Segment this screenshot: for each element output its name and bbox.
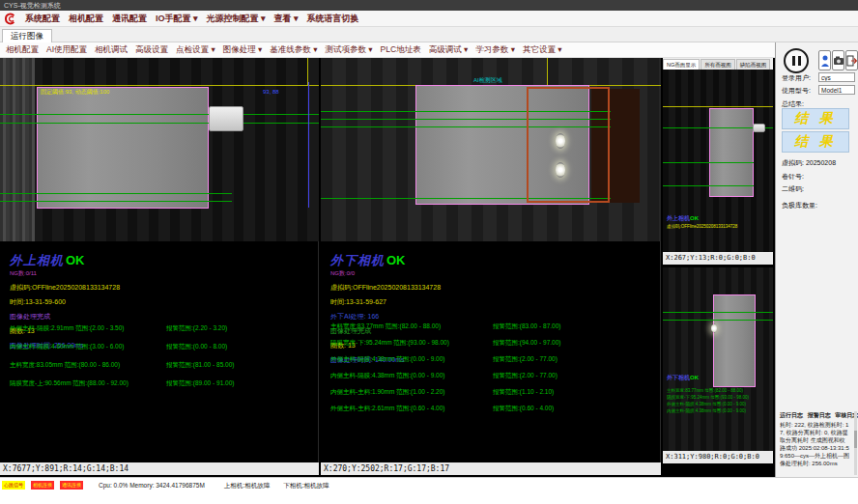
toolbar-learn-params[interactable]: 学习参数 ▾ [475, 44, 515, 56]
menu-item-comm-config[interactable]: 通讯配置 [112, 13, 147, 25]
thumb-top-view[interactable]: NG画面显示 所有画视图 缺陷画视图 外上相机OK 虚拟码:OFFline202… [663, 58, 773, 265]
mid-camera-image[interactable]: AI检测区域 [321, 58, 661, 241]
model-field[interactable]: Model1 [818, 85, 855, 95]
thumb-caption: 外上相机OK [667, 214, 699, 223]
barcode-label: 虚拟码:OFFline20250208133134728 [10, 283, 120, 293]
toolbar-advanced-debug[interactable]: 高级调试 ▾ [429, 44, 469, 56]
log-scrollbar[interactable] [854, 411, 857, 475]
thumb-tab-ng-display[interactable]: NG画面显示 [663, 59, 700, 70]
result-ok-label: OK [386, 253, 406, 267]
cpu-memory-text: Cpu: 0.0% Memory: 3424.41796875M [99, 481, 205, 490]
measure-line-overlay [663, 185, 754, 186]
measurement-row: 主料宽度:83.77mm 范围:(82.00 - 88.00)报警范围:(83.… [330, 322, 659, 339]
time-label: 时间:13-31-59-627 [330, 297, 441, 307]
camera-button[interactable] [832, 50, 844, 70]
measurement-value: 主料宽度:83.05mm 范围:(80.00 - 86.00) [10, 361, 120, 370]
menu-item-io-config[interactable]: IO手配置 ▾ [156, 13, 198, 25]
login-user-field[interactable]: cys [818, 72, 855, 82]
reflection-spot [556, 162, 565, 178]
user-lock-button[interactable] [818, 50, 831, 70]
toolbar-image-processing[interactable]: 图像处理 ▾ [223, 44, 263, 56]
left-camera-view[interactable]: 固定阈值:93, 动态阈值:100 93, 88 外上相机OK NG数:0/11… [0, 58, 319, 475]
toolbar-advanced-settings[interactable]: 高级设置 [135, 44, 168, 56]
toolbar-ai-config[interactable]: AI使用配置 [46, 44, 87, 56]
heartbeat-badge: 心跳信号 [2, 481, 25, 490]
mid-measurements: 主料宽度:83.77mm 范围:(82.00 - 88.00)报警范围:(83.… [330, 322, 659, 421]
measurement-alarm: 报警范围:(0.60 - 4.00) [493, 405, 554, 413]
measurement-alarm: 报警范围:(81.00 - 85.00) [166, 361, 234, 370]
reflection-spot [556, 133, 565, 149]
toolbar-spotcheck-settings[interactable]: 点检设置 ▾ [176, 44, 215, 56]
measurement-value: 隔膜宽度-下:95.24mm 范围:(93.00 - 98.00) [330, 339, 449, 348]
measurement-alarm: 报警范围:(1.10 - 2.10) [493, 388, 554, 397]
measurement-value: 内侧主料-主料:1.90mm 范围:(1.00 - 2.20) [330, 388, 444, 397]
toolbar-baseline-params[interactable]: 基准线参数 ▾ [270, 44, 317, 56]
status-bar: 心跳信号 相机连接 通讯连接 Cpu: 0.0% Memory: 3424.41… [0, 477, 858, 504]
scrollbar-thumb[interactable] [854, 431, 857, 448]
ai-time-label: 外下AI处理: 166 [330, 312, 441, 322]
mid-camera-view[interactable]: AI检测区域 外下相机OK NG数:0/0 虚拟码:OFFline2025020… [321, 58, 661, 475]
toolbar-camera-debug[interactable]: 相机调试 [95, 44, 128, 56]
left-pixel-status: X:7677;Y:891;R:14;G:14;B:14 [0, 462, 319, 475]
thumb-bottom-view[interactable]: 外下相机OK 主料宽度:83.77mm 范围:(82.00 - 88.00) 隔… [663, 267, 773, 463]
toolbar-camera-config[interactable]: 相机配置 [6, 44, 39, 56]
exit-button[interactable] [845, 50, 858, 70]
pause-button[interactable] [784, 48, 809, 73]
measurement-row: 外侧主料-隔膜:4.38mm 范围:(0.00 - 9.00)报警范围:(2.0… [330, 355, 659, 372]
measure-line-overlay [0, 123, 319, 124]
thumb-tab-defect-views[interactable]: 缺陷画视图 [736, 59, 771, 70]
thumb-tab-all-views[interactable]: 所有画视图 [701, 59, 735, 70]
result-ok-label: OK [690, 215, 699, 221]
window-title: CYS-视觉检测系统 [4, 2, 61, 9]
ai-detect-box [527, 87, 610, 203]
measurement-row: 主料宽度:83.05mm 范围:(80.00 - 86.00)报警范围:(81.… [10, 361, 319, 379]
camera-connect-badge: 相机连接 [31, 481, 54, 490]
measurement-alarm: 报警范围:(2.00 - 77.00) [493, 372, 558, 380]
mid-pixel-status: X:270;Y:2502;R:17;G:17;B:17 [321, 462, 661, 475]
measurement-value: 隔膜宽度-上:90.56mm 范围:(88.00 - 92.00) [10, 379, 129, 388]
measurement-row: 内侧主料-主料:1.90mm 范围:(1.00 - 2.20)报警范围:(1.1… [330, 388, 659, 405]
log-tab-run[interactable]: 运行日志 [780, 412, 803, 418]
toolbar-test-params[interactable]: 测试项参数 ▾ [325, 44, 372, 56]
lower-camera-status: 下相机:相机故障 [283, 481, 329, 490]
log-tab-alarm[interactable]: 报警日志 [808, 412, 831, 418]
tab-connector [753, 124, 765, 132]
measurement-value: 内侧主料-隔膜:4.38mm 范围:(0.00 - 9.00) [330, 372, 444, 380]
tab-run-image[interactable]: 运行图像 [2, 29, 52, 42]
result-box-lower: 结 果 [782, 131, 849, 153]
baseline-overlay [307, 58, 308, 85]
measurement-row: 外侧主料-隔膜:2.91mm 范围:(2.00 - 3.50)报警范围:(2.2… [10, 324, 319, 343]
thumb-top-image[interactable]: 外上相机OK 虚拟码:OFFline20250208133134728 [663, 70, 773, 252]
thumb-caption: 外下相机OK [667, 374, 699, 382]
measurement-value: 外侧主料-主料:2.61mm 范围:(0.60 - 4.00) [330, 405, 444, 413]
pause-icon [792, 56, 795, 66]
qr-code-label: 二维码: [782, 184, 804, 194]
result-ok-label: OK [66, 253, 85, 267]
material-web-region [709, 108, 754, 197]
processing-done-label: 图像处理完成 [10, 312, 120, 322]
menu-item-language-switch[interactable]: 系统语言切换 [307, 13, 359, 25]
thumb-mini-measurements: 主料宽度:83.77mm 范围:(82.00 - 88.00) 隔膜宽度-下:9… [667, 387, 749, 414]
toolbar-plc-table[interactable]: PLC地址表 [381, 44, 421, 56]
measurement-value: 外侧主料-隔膜:4.38mm 范围:(0.00 - 9.00) [667, 401, 749, 407]
measure-line-overlay [663, 312, 773, 313]
model-label: 使用型号: [782, 86, 811, 96]
ai-region-label: AI检测区域 [473, 76, 502, 85]
camera-name-label: 外下相机 [667, 375, 690, 380]
toolbar-other-settings[interactable]: 其它设置 ▾ [523, 44, 562, 56]
measurement-row: 隔膜宽度-上:90.56mm 范围:(88.00 - 92.00)报警范围:(8… [10, 379, 319, 398]
left-camera-image[interactable]: 固定阈值:93, 动态阈值:100 93, 88 [0, 58, 319, 241]
menu-item-camera-config[interactable]: 相机配置 [69, 13, 103, 25]
menu-item-light-config[interactable]: 光源控制配置 ▾ [207, 13, 266, 25]
menu-item-view[interactable]: 查看 ▾ [274, 13, 299, 25]
log-text: 耗时: 222, 纹路检测耗时: 17, 纹路分离耗时: 0, 纹路提取分离耗时… [780, 421, 849, 473]
edge-line-overlay [308, 82, 309, 208]
measurement-value: 主料宽度:83.77mm 范围:(82.00 - 88.00) [667, 387, 749, 394]
measurement-alarm: 报警范围:(83.00 - 87.00) [493, 322, 560, 331]
measurement-alarm: 报警范围:(94.00 - 97.00) [493, 339, 560, 348]
upper-camera-status: 上相机:相机故障 [224, 481, 270, 490]
menu-item-system-config[interactable]: 系统配置 [25, 13, 60, 25]
result-box-upper: 结 果 [782, 108, 849, 129]
thumb-bottom-image[interactable]: 外下相机OK 主料宽度:83.77mm 范围:(82.00 - 88.00) 隔… [663, 267, 773, 451]
measurement-value: 外侧主料-隔膜:2.91mm 范围:(2.00 - 3.50) [10, 324, 124, 333]
